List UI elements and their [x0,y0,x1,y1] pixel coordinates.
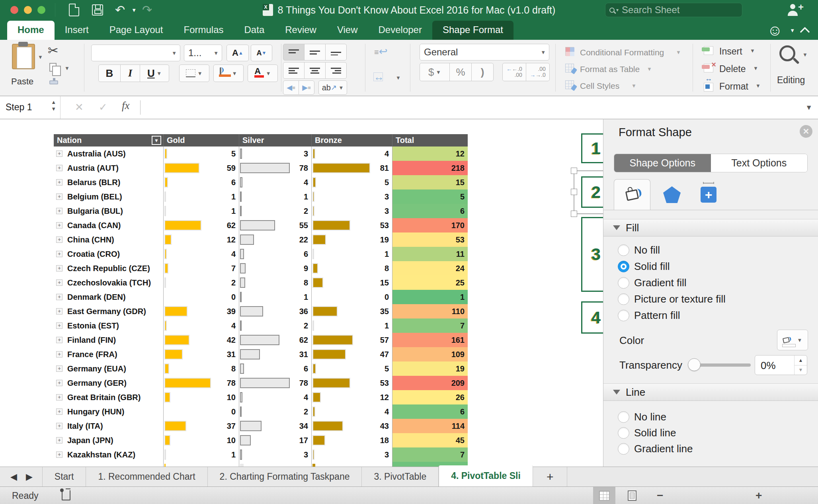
transparency-stepper[interactable]: ▲▼ [794,356,807,375]
decrease-indent-button[interactable]: ◀≡ [283,80,299,95]
delete-cells-icon[interactable] [704,64,713,72]
pivot-header-bronze[interactable]: Bronze [311,134,392,147]
expand-icon[interactable]: + [56,208,62,214]
close-window-button[interactable] [10,6,18,14]
shape-box-1[interactable]: 1 [581,133,603,163]
expand-icon[interactable]: + [56,265,62,272]
insert-function-icon[interactable]: fx [122,100,130,112]
total-cell[interactable]: 114 [392,419,468,433]
pane-close-icon[interactable]: ✕ [800,125,812,138]
total-cell[interactable]: 1 [392,290,468,304]
cell-styles-label[interactable]: Cell Styles [580,81,619,91]
search-input[interactable] [622,4,721,16]
align-top-button[interactable] [283,44,305,61]
expand-icon[interactable]: + [56,165,62,171]
silver-cell[interactable]: 36 [239,304,311,318]
silver-cell[interactable]: 1 [239,290,311,304]
nation-cell[interactable]: +Italy (ITA) [54,419,163,433]
sheet-area[interactable]: Nation ▼ Gold Silver Bronze Total +Austr… [0,119,603,467]
bronze-cell[interactable]: 18 [311,433,392,447]
total-cell[interactable]: 170 [392,218,468,232]
expand-icon[interactable]: + [56,222,62,229]
total-cell[interactable]: 45 [392,433,468,447]
paste-dropdown-caret[interactable]: ▼ [38,54,43,60]
percent-format-button[interactable]: % [449,63,472,81]
paste-button[interactable] [12,44,35,69]
expand-icon[interactable]: + [56,380,62,386]
silver-cell[interactable]: 4 [239,175,311,189]
nation-cell[interactable]: +Canada (CAN) [54,218,163,232]
increase-font-size-button[interactable]: A [226,45,249,61]
minimize-window-button[interactable] [24,6,32,14]
gold-cell[interactable]: 4 [163,247,239,261]
macro-record-icon[interactable] [62,490,70,500]
expand-icon[interactable]: + [56,423,62,429]
bronze-cell[interactable]: 12 [311,390,392,404]
nation-cell[interactable]: +Czech Republic (CZE) [54,261,163,275]
name-box[interactable]: Step 1 ▲▼ [0,96,61,119]
conditional-formatting-caret[interactable]: ▼ [676,49,681,55]
underline-button[interactable]: U ▼ [140,64,169,82]
expand-icon[interactable]: + [56,365,62,372]
nation-cell[interactable]: +France (FRA) [54,347,163,361]
sheet-tab-4-pivottable-sli[interactable]: 4. PivotTable Sli [439,465,533,486]
total-cell[interactable]: 7 [392,318,468,333]
total-cell[interactable]: 5 [392,189,468,204]
decrease-decimal-button[interactable]: ←←.0.00 [502,63,526,81]
bronze-cell[interactable]: 43 [311,419,392,433]
gold-cell[interactable]: 1 [163,189,239,204]
expand-icon[interactable]: + [56,437,62,443]
fill-option-no-fill[interactable]: No fill [618,242,660,258]
line-radio-no-line[interactable] [618,411,629,423]
delete-cells-caret[interactable]: ▼ [753,65,758,71]
gold-cell[interactable]: 8 [163,361,239,376]
bronze-cell[interactable]: 81 [311,161,392,175]
gold-cell[interactable]: 62 [163,218,239,232]
gold-cell[interactable]: 37 [163,419,239,433]
silver-cell[interactable]: 9 [239,261,311,275]
format-cells-icon[interactable] [704,83,713,92]
silver-cell[interactable]: 78 [239,376,311,390]
expand-icon[interactable]: + [56,179,62,186]
font-size-combo[interactable]: 1...▼ [184,45,222,61]
feedback-dropdown-caret[interactable]: ▼ [790,27,795,33]
total-cell[interactable]: 218 [392,161,468,175]
silver-cell[interactable]: 2 [239,318,311,333]
line-radio-gradient-line[interactable] [618,443,629,455]
italic-button[interactable]: I [120,64,140,82]
fill-radio-pattern-fill[interactable] [618,310,629,321]
fill-color-button[interactable]: ▼ [213,64,244,82]
currency-format-button[interactable]: $ ▼ [420,63,450,81]
nation-cell[interactable]: +China (CHN) [54,232,163,247]
silver-cell[interactable]: 1 [239,189,311,204]
format-as-table-caret[interactable]: ▼ [647,66,652,72]
silver-cell[interactable]: 17 [239,433,311,447]
number-format-combo[interactable]: General▼ [420,44,549,61]
total-cell[interactable]: 109 [392,347,468,361]
font-color-button[interactable]: A ▼ [248,64,278,82]
align-left-button[interactable] [283,62,305,79]
sheet-tab-prev-icon[interactable]: ◀ [10,472,17,482]
bronze-cell[interactable]: 19 [311,232,392,247]
gold-cell[interactable]: 10 [163,390,239,404]
bronze-cell[interactable]: 3 [311,447,392,462]
page-layout-view-button[interactable] [621,487,643,504]
merge-dropdown-caret[interactable]: ▼ [396,75,401,81]
sheet-tab-3-pivottable[interactable]: 3. PivotTable [362,467,439,486]
cell-styles-icon[interactable] [565,80,574,89]
gold-cell[interactable]: 0 [163,290,239,304]
save-icon[interactable] [92,4,103,16]
expand-icon[interactable]: + [56,294,62,300]
sheet-tab-1-recommended-chart[interactable]: 1. Recommended Chart [86,467,207,486]
silver-cell[interactable]: 4 [239,390,311,404]
fill-radio-gradient-fill[interactable] [618,277,629,289]
gold-cell[interactable]: 4 [163,318,239,333]
ribbon-tab-home[interactable]: Home [7,21,55,40]
font-name-combo[interactable]: ▼ [91,45,180,61]
total-cell[interactable]: 26 [392,390,468,404]
nation-cell[interactable]: +Germany (EUA) [54,361,163,376]
bronze-cell[interactable]: 15 [311,275,392,290]
insert-cells-caret[interactable]: ▼ [750,48,755,54]
fill-option-gradient-fill[interactable]: Gradient fill [618,275,687,291]
formula-bar-expand-caret[interactable]: ▼ [805,104,812,112]
